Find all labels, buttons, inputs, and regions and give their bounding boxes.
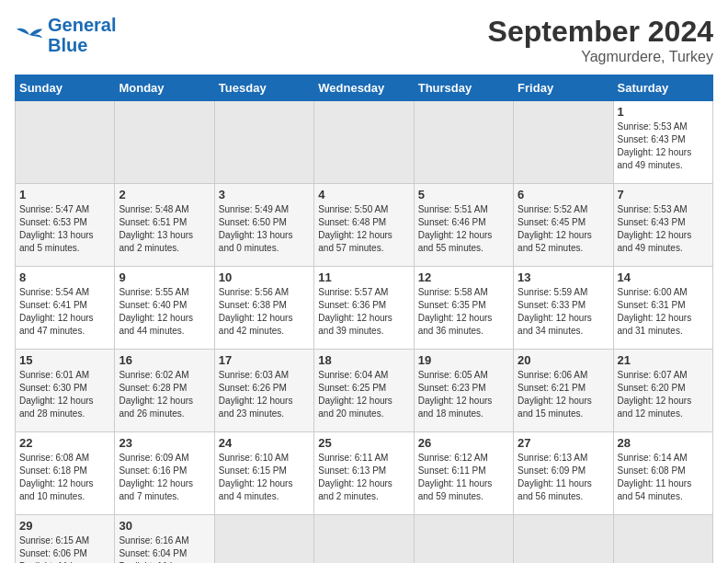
weekday-header-wednesday: Wednesday (314, 75, 414, 101)
day-info: Sunrise: 5:59 AMSunset: 6:33 PMDaylight:… (518, 286, 609, 338)
day-number: 6 (518, 188, 609, 201)
calendar-cell: 9Sunrise: 5:55 AMSunset: 6:40 PMDaylight… (115, 267, 214, 350)
weekday-header-row: SundayMondayTuesdayWednesdayThursdayFrid… (16, 75, 713, 101)
calendar-cell (314, 101, 414, 184)
day-number: 1 (618, 105, 709, 119)
calendar-cell: 24Sunrise: 6:10 AMSunset: 6:15 PMDayligh… (214, 432, 313, 515)
day-info: Sunrise: 6:11 AMSunset: 6:13 PMDaylight:… (318, 452, 409, 503)
day-info: Sunrise: 6:05 AMSunset: 6:23 PMDaylight:… (418, 369, 509, 420)
calendar-week-row: 22Sunrise: 6:08 AMSunset: 6:18 PMDayligh… (16, 432, 713, 515)
calendar-cell: 1Sunrise: 5:53 AMSunset: 6:43 PMDaylight… (613, 101, 712, 184)
weekday-header-thursday: Thursday (414, 75, 513, 101)
day-info: Sunrise: 6:09 AMSunset: 6:16 PMDaylight:… (119, 452, 210, 503)
calendar-cell: 18Sunrise: 6:04 AMSunset: 6:25 PMDayligh… (314, 350, 414, 432)
calendar-cell (214, 101, 313, 184)
calendar-cell (613, 515, 712, 564)
calendar-cell: 21Sunrise: 6:07 AMSunset: 6:20 PMDayligh… (613, 350, 712, 432)
month-title: September 2024 (488, 15, 713, 49)
day-number: 18 (318, 353, 409, 367)
calendar-cell: 17Sunrise: 6:03 AMSunset: 6:26 PMDayligh… (214, 350, 313, 432)
calendar-cell: 30Sunrise: 6:16 AMSunset: 6:04 PMDayligh… (115, 515, 214, 564)
day-number: 10 (219, 270, 310, 284)
day-number: 3 (219, 188, 310, 201)
day-number: 11 (318, 270, 409, 284)
day-info: Sunrise: 5:47 AMSunset: 6:53 PMDaylight:… (19, 203, 110, 255)
calendar-cell (214, 515, 313, 564)
calendar-cell: 6Sunrise: 5:52 AMSunset: 6:45 PMDaylight… (514, 184, 613, 267)
calendar-week-row: 29Sunrise: 6:15 AMSunset: 6:06 PMDayligh… (16, 515, 713, 564)
calendar-cell (514, 515, 613, 564)
calendar-cell: 15Sunrise: 6:01 AMSunset: 6:30 PMDayligh… (16, 350, 115, 432)
weekday-header-saturday: Saturday (613, 75, 712, 101)
day-number: 2 (119, 188, 210, 201)
day-info: Sunrise: 5:58 AMSunset: 6:35 PMDaylight:… (418, 286, 509, 338)
day-info: Sunrise: 6:01 AMSunset: 6:30 PMDaylight:… (19, 369, 110, 420)
calendar-week-row: 15Sunrise: 6:01 AMSunset: 6:30 PMDayligh… (16, 350, 713, 432)
day-info: Sunrise: 5:53 AMSunset: 6:43 PMDaylight:… (618, 203, 709, 255)
day-info: Sunrise: 5:51 AMSunset: 6:46 PMDaylight:… (418, 203, 509, 255)
day-number: 4 (318, 188, 409, 201)
weekday-header-sunday: Sunday (16, 75, 115, 101)
day-number: 9 (119, 270, 210, 284)
day-info: Sunrise: 5:48 AMSunset: 6:51 PMDaylight:… (119, 203, 210, 255)
calendar-cell: 12Sunrise: 5:58 AMSunset: 6:35 PMDayligh… (414, 267, 513, 350)
calendar-cell: 14Sunrise: 6:00 AMSunset: 6:31 PMDayligh… (613, 267, 712, 350)
day-number: 15 (19, 353, 110, 367)
calendar-cell: 8Sunrise: 5:54 AMSunset: 6:41 PMDaylight… (16, 267, 115, 350)
calendar-cell: 23Sunrise: 6:09 AMSunset: 6:16 PMDayligh… (115, 432, 214, 515)
day-number: 23 (119, 436, 210, 450)
calendar-cell (414, 101, 513, 184)
calendar-cell: 10Sunrise: 5:56 AMSunset: 6:38 PMDayligh… (214, 267, 313, 350)
calendar-cell (414, 515, 513, 564)
calendar-cell: 3Sunrise: 5:49 AMSunset: 6:50 PMDaylight… (214, 184, 313, 267)
day-number: 12 (418, 270, 509, 284)
day-info: Sunrise: 5:57 AMSunset: 6:36 PMDaylight:… (318, 286, 409, 338)
day-info: Sunrise: 5:52 AMSunset: 6:45 PMDaylight:… (518, 203, 609, 255)
day-info: Sunrise: 6:02 AMSunset: 6:28 PMDaylight:… (119, 369, 210, 420)
day-info: Sunrise: 6:14 AMSunset: 6:08 PMDaylight:… (618, 452, 709, 503)
logo-text: General Blue (48, 15, 116, 55)
day-number: 19 (418, 353, 509, 367)
calendar-cell: 5Sunrise: 5:51 AMSunset: 6:46 PMDaylight… (414, 184, 513, 267)
day-info: Sunrise: 6:07 AMSunset: 6:20 PMDaylight:… (618, 369, 709, 420)
calendar-cell: 27Sunrise: 6:13 AMSunset: 6:09 PMDayligh… (514, 432, 613, 515)
day-info: Sunrise: 6:12 AMSunset: 6:11 PMDaylight:… (418, 452, 509, 503)
day-info: Sunrise: 6:04 AMSunset: 6:25 PMDaylight:… (318, 369, 409, 420)
day-info: Sunrise: 5:56 AMSunset: 6:38 PMDaylight:… (219, 286, 310, 338)
calendar-cell: 25Sunrise: 6:11 AMSunset: 6:13 PMDayligh… (314, 432, 414, 515)
calendar-cell: 13Sunrise: 5:59 AMSunset: 6:33 PMDayligh… (514, 267, 613, 350)
day-number: 27 (518, 436, 609, 450)
day-number: 26 (418, 436, 509, 450)
calendar-cell: 22Sunrise: 6:08 AMSunset: 6:18 PMDayligh… (16, 432, 115, 515)
weekday-header-tuesday: Tuesday (214, 75, 313, 101)
day-info: Sunrise: 6:10 AMSunset: 6:15 PMDaylight:… (219, 452, 310, 503)
weekday-header-monday: Monday (115, 75, 214, 101)
calendar-cell (514, 101, 613, 184)
day-info: Sunrise: 5:54 AMSunset: 6:41 PMDaylight:… (19, 286, 110, 338)
day-number: 1 (19, 188, 110, 201)
day-number: 7 (618, 188, 709, 201)
day-number: 25 (318, 436, 409, 450)
calendar-cell (115, 101, 214, 184)
calendar-cell (314, 515, 414, 564)
day-number: 5 (418, 188, 509, 201)
calendar-cell: 16Sunrise: 6:02 AMSunset: 6:28 PMDayligh… (115, 350, 214, 432)
day-number: 16 (119, 353, 210, 367)
day-number: 24 (219, 436, 310, 450)
calendar-cell: 7Sunrise: 5:53 AMSunset: 6:43 PMDaylight… (613, 184, 712, 267)
title-area: September 2024 Yagmurdere, Turkey (488, 15, 713, 65)
weekday-header-friday: Friday (514, 75, 613, 101)
calendar-cell: 11Sunrise: 5:57 AMSunset: 6:36 PMDayligh… (314, 267, 414, 350)
day-info: Sunrise: 6:08 AMSunset: 6:18 PMDaylight:… (19, 452, 110, 503)
day-info: Sunrise: 6:00 AMSunset: 6:31 PMDaylight:… (618, 286, 709, 338)
day-number: 30 (119, 519, 210, 533)
day-info: Sunrise: 6:13 AMSunset: 6:09 PMDaylight:… (518, 452, 609, 503)
day-number: 20 (518, 353, 609, 367)
calendar-cell: 29Sunrise: 6:15 AMSunset: 6:06 PMDayligh… (16, 515, 115, 564)
day-number: 22 (19, 436, 110, 450)
header: General Blue September 2024 Yagmurdere, … (15, 15, 713, 65)
day-number: 29 (19, 519, 110, 533)
location-title: Yagmurdere, Turkey (488, 49, 713, 65)
day-info: Sunrise: 5:49 AMSunset: 6:50 PMDaylight:… (219, 203, 310, 255)
calendar-cell (16, 101, 115, 184)
